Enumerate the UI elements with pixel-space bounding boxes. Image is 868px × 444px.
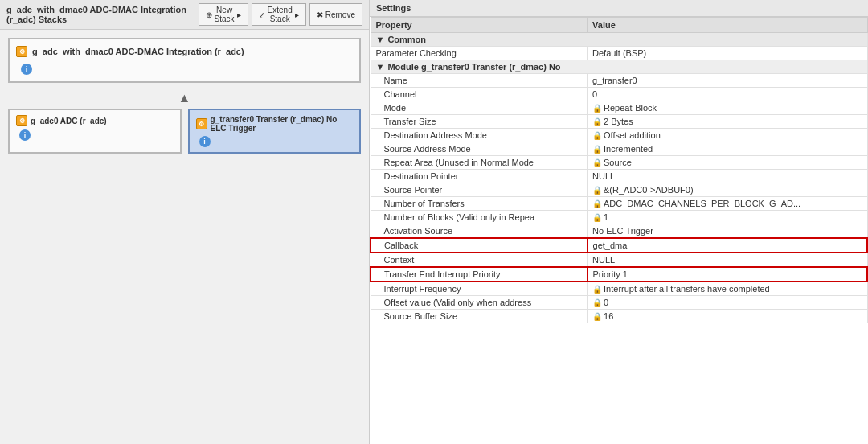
property-cell: Number of Transfers [371, 197, 588, 211]
value-cell[interactable]: 🔒Incremented [588, 142, 867, 156]
property-cell: Offset value (Valid only when address [371, 296, 588, 310]
left-panel: g_adc_with_dmac0 ADC-DMAC Integration (r… [0, 0, 370, 444]
child-module-transfer-header: ⚙ g_transfer0 Transfer (r_dmac) No ELC T… [196, 115, 354, 133]
value-cell[interactable]: 🔒Interrupt after all transfers have comp… [588, 282, 867, 296]
extend-stack-button[interactable]: ⤢ Extend Stack ▸ [252, 3, 306, 26]
table-header-row: Property Value [371, 18, 867, 33]
child-adc-info-icon[interactable]: i [19, 130, 31, 141]
subsection-label: ▼Module g_transfer0 Transfer (r_dmac) No [371, 60, 867, 74]
table-row[interactable]: Destination Pointer NULL [371, 170, 867, 183]
lock-icon: 🔒 [592, 158, 602, 167]
value-cell[interactable]: Default (BSP) [588, 47, 867, 60]
stack-header-title: g_adc_with_dmac0 ADC-DMAC Integration (r… [6, 5, 199, 24]
property-cell: Source Pointer [371, 183, 588, 197]
property-cell: Name [371, 74, 588, 88]
value-cell[interactable]: 🔒Offset addition [588, 129, 867, 142]
section-common-row: ▼Common [371, 33, 867, 47]
table-row[interactable]: Transfer Size 🔒2 Bytes [371, 115, 867, 129]
new-stack-icon: ⊕ [206, 10, 212, 19]
value-cell[interactable]: NULL [588, 170, 867, 183]
value-cell[interactable]: 0 [588, 88, 867, 101]
value-cell[interactable]: 🔒2 Bytes [588, 115, 867, 129]
table-row[interactable]: Interrupt Frequency 🔒Interrupt after all… [371, 282, 867, 296]
value-cell[interactable]: No ELC Trigger [588, 224, 867, 239]
table-row[interactable]: Context NULL [371, 253, 867, 267]
table-row[interactable]: Source Buffer Size 🔒16 [371, 310, 867, 323]
value-cell[interactable]: NULL [588, 253, 867, 267]
child-transfer-info-icon[interactable]: i [199, 136, 211, 147]
property-cell: Interrupt Frequency [371, 282, 588, 296]
table-row[interactable]: Number of Blocks (Valid only in Repea 🔒1 [371, 211, 867, 224]
settings-label: Settings [370, 0, 868, 17]
table-row[interactable]: Repeat Area (Unused in Normal Mode 🔒Sour… [371, 156, 867, 170]
table-row[interactable]: Source Pointer 🔒&(R_ADC0->ADBUF0) [371, 183, 867, 197]
value-cell[interactable]: 🔒16 [588, 310, 867, 323]
lock-icon: 🔒 [592, 104, 602, 113]
property-cell: Source Address Mode [371, 142, 588, 156]
child-modules: ⚙ g_adc0 ADC (r_adc) i ⚙ g_transfer0 Tra… [8, 109, 361, 154]
main-module-icon: ⚙ [16, 46, 27, 57]
lock-icon: 🔒 [592, 131, 602, 140]
table-row[interactable]: Transfer End Interrupt Priority Priority… [371, 267, 867, 282]
table-row[interactable]: Offset value (Valid only when address 🔒0 [371, 296, 867, 310]
stack-header: g_adc_with_dmac0 ADC-DMAC Integration (r… [0, 0, 369, 30]
property-cell: Repeat Area (Unused in Normal Mode [371, 156, 588, 170]
lock-icon: 🔒 [592, 312, 602, 321]
value-cell[interactable]: get_dma [588, 238, 867, 253]
child-module-transfer-title: g_transfer0 Transfer (r_dmac) No ELC Tri… [211, 115, 354, 133]
remove-icon: ✖ [317, 10, 323, 19]
table-row[interactable]: Name g_transfer0 [371, 74, 867, 88]
property-cell: Channel [371, 88, 588, 101]
lock-icon: 🔒 [592, 285, 602, 294]
value-cell[interactable]: 🔒Repeat-Block [588, 101, 867, 115]
child-module-transfer[interactable]: ⚙ g_transfer0 Transfer (r_dmac) No ELC T… [188, 109, 362, 154]
property-cell: Destination Address Mode [371, 129, 588, 142]
table-row[interactable]: Activation Source No ELC Trigger [371, 224, 867, 239]
table-row[interactable]: Callback get_dma [371, 238, 867, 253]
table-row[interactable]: Mode 🔒Repeat-Block [371, 101, 867, 115]
property-cell: Transfer Size [371, 115, 588, 129]
value-cell[interactable]: 🔒&(R_ADC0->ADBUF0) [588, 183, 867, 197]
lock-icon: 🔒 [592, 117, 602, 126]
lock-icon: 🔒 [592, 199, 602, 208]
child-module-adc-header: ⚙ g_adc0 ADC (r_adc) [16, 115, 174, 126]
property-cell: Destination Pointer [371, 170, 588, 183]
value-cell[interactable]: 🔒0 [588, 296, 867, 310]
value-cell[interactable]: 🔒ADC_DMAC_CHANNELS_PER_BLOCK_G_AD... [588, 197, 867, 211]
value-cell[interactable]: Priority 1 [588, 267, 867, 282]
table-row[interactable]: Destination Address Mode 🔒Offset additio… [371, 129, 867, 142]
property-cell: Parameter Checking [371, 47, 588, 60]
remove-button[interactable]: ✖ Remove [309, 3, 362, 26]
table-row[interactable]: Channel 0 [371, 88, 867, 101]
section-common-label: ▼Common [371, 33, 867, 47]
lock-icon: 🔒 [592, 298, 602, 307]
value-cell[interactable]: 🔒Source [588, 156, 867, 170]
property-cell: Callback [371, 238, 588, 253]
main-module-title: g_adc_with_dmac0 ADC-DMAC Integration (r… [32, 47, 244, 56]
table-row[interactable]: Number of Transfers 🔒ADC_DMAC_CHANNELS_P… [371, 197, 867, 211]
properties-table: Property Value ▼Common Parameter Checkin… [370, 17, 868, 444]
main-module-header: ⚙ g_adc_with_dmac0 ADC-DMAC Integration … [16, 46, 353, 57]
property-cell: Number of Blocks (Valid only in Repea [371, 211, 588, 224]
child-module-adc-icon: ⚙ [16, 115, 27, 126]
lock-icon: 🔒 [592, 213, 602, 222]
table-row[interactable]: Parameter Checking Default (BSP) [371, 47, 867, 60]
child-module-adc[interactable]: ⚙ g_adc0 ADC (r_adc) i [8, 109, 182, 154]
lock-icon: 🔒 [592, 145, 602, 154]
stack-container: ⚙ g_adc_with_dmac0 ADC-DMAC Integration … [0, 30, 369, 444]
child-module-adc-title: g_adc0 ADC (r_adc) [31, 117, 107, 125]
extend-stack-icon: ⤢ [259, 10, 265, 19]
main-stack-box: ⚙ g_adc_with_dmac0 ADC-DMAC Integration … [8, 38, 361, 83]
value-cell[interactable]: 🔒1 [588, 211, 867, 224]
child-module-transfer-icon: ⚙ [196, 118, 207, 130]
property-cell: Context [371, 253, 588, 267]
table-row[interactable]: Source Address Mode 🔒Incremented [371, 142, 867, 156]
value-cell[interactable]: g_transfer0 [588, 74, 867, 88]
stack-buttons: ⊕ New Stack ▸ ⤢ Extend Stack ▸ ✖ Remove [199, 3, 362, 26]
properties-grid: Property Value ▼Common Parameter Checkin… [370, 17, 868, 323]
new-stack-button[interactable]: ⊕ New Stack ▸ [199, 3, 248, 26]
main-info-icon[interactable]: i [21, 64, 32, 75]
arrow-down: ▲ [8, 91, 361, 105]
property-cell: Source Buffer Size [371, 310, 588, 323]
table-row[interactable]: ▼Module g_transfer0 Transfer (r_dmac) No [371, 60, 867, 74]
